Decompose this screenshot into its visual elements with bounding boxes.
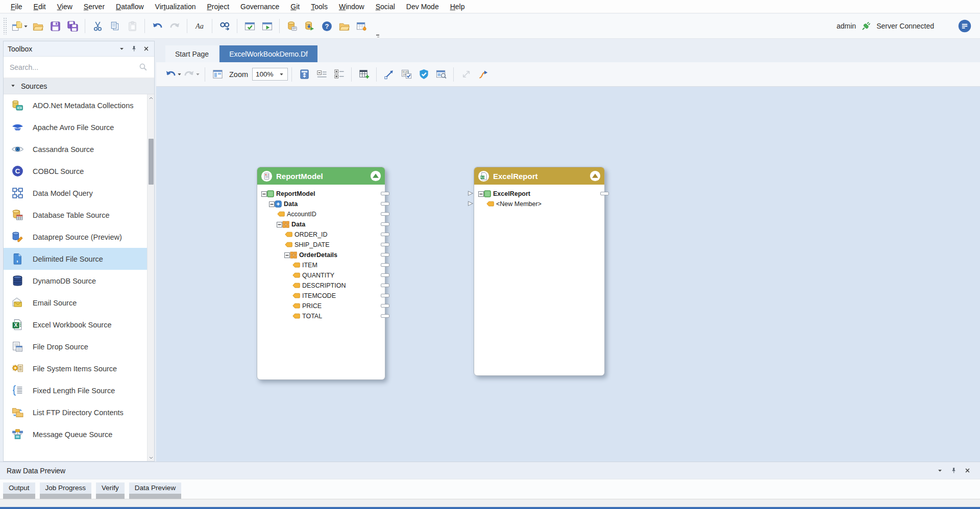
redo-button[interactable] — [166, 18, 183, 34]
node-collapse-button[interactable] — [370, 170, 381, 182]
preview-close-icon[interactable] — [964, 467, 971, 474]
node-header[interactable]: ReportModel — [257, 167, 385, 185]
paste-button[interactable] — [124, 18, 140, 34]
toolbox-close-icon[interactable] — [142, 45, 150, 53]
dropdown-caret-icon[interactable] — [177, 71, 182, 77]
copy-button[interactable] — [107, 18, 123, 34]
preview-menu-icon[interactable] — [936, 467, 944, 474]
input-port[interactable] — [468, 201, 474, 207]
tree-row-item[interactable]: ITEM — [257, 260, 385, 270]
toolbox-pin-icon[interactable] — [130, 45, 138, 53]
open-button[interactable] — [30, 18, 46, 34]
data-model-browser-button[interactable] — [353, 18, 370, 34]
group-collapse-icon[interactable] — [10, 83, 16, 89]
tree-row-reportmodel[interactable]: ReportModel — [257, 189, 385, 199]
node-collapse-button[interactable] — [590, 170, 601, 182]
find-in-dataflow-button[interactable] — [433, 66, 449, 83]
dropdown-caret-icon[interactable] — [279, 71, 284, 77]
toolbox-item-cassandra-source[interactable]: Cassandra Source — [4, 138, 148, 160]
menu-item-window[interactable]: Window — [333, 1, 370, 12]
fit-to-height-button[interactable] — [296, 66, 312, 83]
tree-expander-icon[interactable] — [269, 201, 275, 207]
help-button[interactable]: ? — [318, 18, 335, 34]
scroll-down-icon[interactable] — [148, 453, 154, 461]
toolbox-item-message-queue-source[interactable]: Message Queue Source — [4, 423, 148, 445]
tool-tab-data-preview[interactable]: Data Preview — [129, 482, 181, 499]
menu-item-git[interactable]: Git — [285, 1, 305, 12]
verify-dataflow-button[interactable] — [241, 18, 258, 34]
tree-expander-icon[interactable] — [277, 222, 282, 227]
tool-tab-job-progress[interactable]: Job Progress — [40, 482, 92, 499]
toolbox-item-apache-avro-file-source[interactable]: Apache Avro File Source — [4, 116, 148, 138]
toolbar-grip[interactable] — [3, 17, 7, 35]
tree-row-order-id[interactable]: ORDER_ID — [257, 230, 385, 240]
tree-expander-icon[interactable] — [478, 191, 484, 197]
menu-item-project[interactable]: Project — [201, 1, 235, 12]
cut-button[interactable] — [89, 18, 106, 34]
resize-object-button[interactable] — [458, 66, 474, 83]
toolbox-search-input[interactable] — [10, 63, 138, 71]
input-port[interactable] — [468, 191, 474, 196]
menu-item-server[interactable]: Server — [78, 1, 110, 12]
tree-row-accountid[interactable]: AccountID — [257, 209, 385, 219]
database-source-browser-button[interactable] — [284, 18, 300, 34]
tab-start-page[interactable]: Start Page — [165, 45, 218, 62]
menu-item-file[interactable]: File — [5, 1, 28, 12]
link-tool-button[interactable] — [381, 66, 397, 83]
add-object-button[interactable] — [356, 66, 372, 83]
tree-row-total[interactable]: TOTAL — [257, 311, 385, 321]
preview-raw-data-button[interactable]: 010110 — [398, 66, 414, 83]
tree-row-price[interactable]: PRICE — [257, 301, 385, 311]
zoom-level-select[interactable]: 100% — [252, 68, 288, 81]
tool-tab-output[interactable]: Output — [3, 482, 35, 499]
toolbox-item-delimited-file-source[interactable]: ,Delimited File Source — [4, 248, 148, 270]
menu-item-virtualization[interactable]: Virtualization — [150, 1, 202, 12]
toolbox-scrollbar[interactable] — [147, 94, 154, 461]
tree-row-quantity[interactable]: QUANTITY — [257, 270, 385, 281]
chat-icon[interactable] — [958, 19, 972, 33]
redo-button[interactable] — [183, 66, 201, 83]
toggle-panels-button[interactable] — [209, 66, 226, 83]
node-header[interactable]: XLSExcelReport — [474, 167, 604, 185]
menu-item-tools[interactable]: Tools — [305, 1, 333, 12]
toolbar-overflow-icon[interactable] — [373, 31, 379, 37]
verify-flow-button[interactable] — [415, 66, 432, 83]
node-excelreport[interactable]: XLSExcelReportExcelReport<New Member> — [474, 167, 605, 376]
font-options-button[interactable]: Aa — [191, 18, 208, 34]
undo-button[interactable] — [149, 18, 165, 34]
dropdown-caret-icon[interactable] — [23, 23, 29, 29]
toolbox-item-dataprep-source-preview[interactable]: Dataprep Source (Preview) — [4, 226, 148, 248]
menu-item-view[interactable]: View — [52, 1, 78, 12]
tree-expander-icon[interactable] — [261, 191, 267, 197]
toolbox-item-file-drop-source[interactable]: File Drop Source — [4, 336, 148, 358]
toolbox-menu-icon[interactable] — [118, 45, 126, 53]
toolbox-item-cobol-source[interactable]: CCOBOL Source — [4, 160, 148, 182]
toolbox-item-list-ftp-directory-contents[interactable]: List FTP Directory Contents — [4, 401, 148, 423]
toolbox-item-excel-workbook-source[interactable]: XExcel Workbook Source — [4, 314, 148, 336]
open-recent-button[interactable] — [336, 18, 352, 34]
scrollbar-thumb[interactable] — [149, 139, 154, 185]
tree-row-data[interactable]: Data — [257, 219, 385, 230]
tree-expander-icon[interactable] — [284, 252, 290, 258]
new-dataflow-button[interactable] — [11, 18, 29, 34]
undo-button[interactable] — [165, 66, 182, 83]
tree-row-ship-date[interactable]: SHIP_DATE — [257, 240, 385, 250]
preview-pin-icon[interactable] — [950, 467, 958, 474]
dataflow-canvas[interactable]: ReportModelReportModelDataAccountIDDataO… — [156, 87, 980, 462]
tree-row-description[interactable]: DESCRIPTION — [257, 281, 385, 291]
toolbox-item-database-table-source[interactable]: Database Table Source — [4, 204, 148, 226]
tool-tab-verify[interactable]: Verify — [96, 482, 125, 499]
collapse-all-nodes-button[interactable] — [313, 66, 330, 83]
menu-item-dataflow[interactable]: Dataflow — [110, 1, 149, 12]
toolbox-item-email-source[interactable]: Email Source — [4, 292, 148, 314]
node-reportmodel[interactable]: ReportModelReportModelDataAccountIDDataO… — [257, 167, 385, 380]
find-replace-button[interactable] — [216, 18, 233, 34]
menu-item-social[interactable]: Social — [370, 1, 401, 12]
toolbox-item-data-model-query[interactable]: Data Model Query — [4, 182, 148, 204]
menu-item-governance[interactable]: Governance — [235, 1, 285, 12]
tree-row-itemcode[interactable]: ITEMCODE — [257, 291, 385, 301]
menu-item-help[interactable]: Help — [445, 1, 471, 12]
toolbox-item-ado-net-metadata-collections[interactable]: <>ADO.Net Metadata Collections — [4, 94, 148, 116]
tree-row-excelreport[interactable]: ExcelReport — [474, 189, 604, 199]
tree-row-new-member[interactable]: <New Member> — [474, 199, 604, 209]
